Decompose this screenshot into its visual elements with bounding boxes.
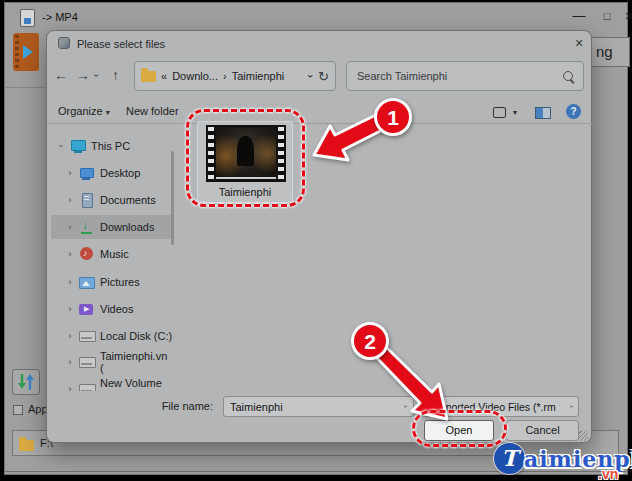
chevron-collapsed-icon[interactable]: › bbox=[66, 195, 74, 205]
breadcrumb-downloads[interactable]: Downlo... bbox=[172, 70, 218, 82]
sort-order-button[interactable] bbox=[12, 369, 40, 395]
file-name-input[interactable]: Taimienphi › bbox=[223, 396, 414, 417]
tree-item-new-volume[interactable]: ›New Volume (F bbox=[51, 377, 173, 391]
chevron-down-icon: ▾ bbox=[106, 108, 110, 117]
chevron-collapsed-icon[interactable]: › bbox=[66, 277, 74, 287]
watermark-logo-icon: T bbox=[494, 443, 525, 474]
breadcrumb-separator: › bbox=[223, 70, 227, 82]
disk-icon bbox=[79, 329, 95, 343]
navigation-tree: ›This PC ›Desktop ›Documents ›↓Downloads… bbox=[49, 124, 177, 391]
tree-item-pictures[interactable]: ›Pictures bbox=[51, 270, 173, 294]
step2-badge: 2 bbox=[351, 322, 389, 360]
pictures-icon bbox=[79, 275, 95, 289]
tree-scrollbar[interactable] bbox=[171, 151, 174, 245]
tree-item-local-disk-c[interactable]: ›Local Disk (C:) bbox=[51, 324, 173, 348]
chevron-collapsed-icon[interactable]: › bbox=[66, 304, 74, 314]
help-icon[interactable]: ? bbox=[566, 104, 581, 119]
panel-divider bbox=[4, 87, 47, 88]
disk-icon bbox=[79, 382, 95, 391]
file-name-label: File name: bbox=[151, 400, 213, 412]
sort-arrows-icon bbox=[13, 370, 39, 394]
step1-highlight-box bbox=[186, 109, 305, 207]
breadcrumb-overflow[interactable]: « bbox=[161, 70, 167, 82]
view-dropdown-icon[interactable]: ▾ bbox=[513, 108, 517, 117]
recent-locations-icon[interactable]: › bbox=[91, 74, 102, 77]
chevron-expanded-icon[interactable]: › bbox=[56, 142, 66, 150]
chevron-collapsed-icon[interactable]: › bbox=[66, 331, 74, 341]
folder-icon bbox=[19, 440, 34, 451]
cancel-button[interactable]: Cancel bbox=[506, 420, 579, 441]
videos-icon: ▶ bbox=[79, 302, 95, 316]
app-checkbox[interactable] bbox=[13, 405, 23, 415]
breadcrumb-taimienphi[interactable]: Taimienphi bbox=[232, 70, 285, 82]
tree-item-downloads[interactable]: ›↓Downloads bbox=[51, 215, 173, 239]
back-icon[interactable]: ← bbox=[54, 67, 68, 83]
chevron-down-icon[interactable]: › bbox=[401, 405, 410, 408]
preview-pane-icon[interactable] bbox=[535, 107, 551, 119]
open-file-dialog: Please select files × ← → › ↑ « Downlo..… bbox=[46, 30, 592, 443]
music-icon: ♪ bbox=[79, 247, 95, 261]
maximize-button[interactable]: □ bbox=[598, 8, 616, 24]
chevron-collapsed-icon[interactable]: › bbox=[66, 222, 74, 232]
up-icon[interactable]: ↑ bbox=[112, 67, 119, 83]
folder-icon bbox=[141, 71, 156, 82]
taimienphi-watermark: T aimienphi .vn bbox=[490, 440, 632, 481]
new-folder-button[interactable]: New folder bbox=[126, 105, 179, 117]
chevron-collapsed-icon[interactable]: › bbox=[66, 357, 74, 367]
chevron-collapsed-icon[interactable]: › bbox=[66, 384, 74, 391]
video-file-icon bbox=[13, 33, 39, 71]
view-mode-icon[interactable] bbox=[493, 107, 506, 118]
disk-icon bbox=[79, 355, 95, 369]
this-pc-icon bbox=[70, 139, 86, 153]
app-icon bbox=[20, 9, 35, 27]
search-input[interactable]: Search Taimienphi bbox=[346, 61, 584, 91]
dialog-title: Please select files bbox=[77, 38, 165, 50]
tree-item-videos[interactable]: ›▶Videos bbox=[51, 297, 173, 321]
dialog-icon bbox=[58, 37, 70, 49]
documents-icon bbox=[79, 193, 95, 207]
window-title: -> MP4 bbox=[42, 11, 78, 23]
chevron-collapsed-icon[interactable]: › bbox=[66, 168, 74, 178]
tree-item-desktop[interactable]: ›Desktop bbox=[51, 161, 173, 185]
tree-item-taimienphi-drive[interactable]: ›Taimienphi.vn ( bbox=[51, 350, 173, 374]
forward-icon[interactable]: → bbox=[76, 67, 90, 83]
play-icon bbox=[23, 45, 33, 59]
watermark-tld: .vn bbox=[598, 466, 618, 481]
search-icon[interactable] bbox=[563, 71, 573, 81]
app-checkbox-label: App bbox=[28, 403, 47, 415]
organize-button[interactable]: Organize ▾ bbox=[58, 105, 110, 117]
address-dropdown-icon[interactable]: › bbox=[305, 74, 317, 78]
refresh-icon[interactable]: ↻ bbox=[318, 69, 329, 84]
tree-item-this-pc[interactable]: ›This PC bbox=[51, 134, 173, 158]
file-name-value: Taimienphi bbox=[230, 401, 283, 413]
screenshot-stage: -> MP4 — □ × ng App F:\ Please select fi… bbox=[0, 0, 632, 481]
close-window-button[interactable]: × bbox=[620, 8, 632, 24]
app-titlebar: -> MP4 — □ × bbox=[4, 2, 628, 30]
chevron-down-icon[interactable]: › bbox=[567, 405, 576, 408]
address-bar[interactable]: « Downlo... › Taimienphi › ↻ bbox=[134, 61, 336, 91]
step1-badge: 1 bbox=[374, 98, 412, 136]
tree-item-music[interactable]: ›♪Music bbox=[51, 242, 173, 266]
dialog-close-icon[interactable]: × bbox=[569, 34, 589, 52]
chevron-collapsed-icon[interactable]: › bbox=[66, 249, 74, 259]
minimize-button[interactable]: — bbox=[570, 8, 588, 24]
search-placeholder: Search Taimienphi bbox=[357, 70, 447, 82]
desktop-icon bbox=[79, 166, 95, 180]
tree-item-documents[interactable]: ›Documents bbox=[51, 188, 173, 212]
downloads-icon: ↓ bbox=[79, 220, 95, 234]
